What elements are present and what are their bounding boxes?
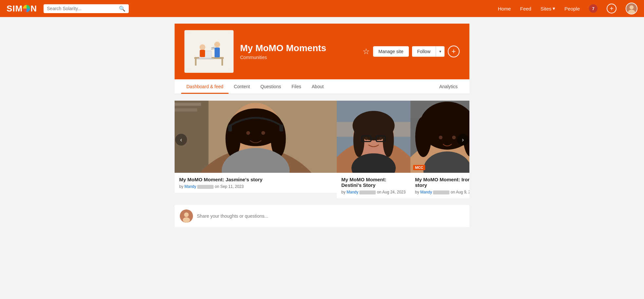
card-badge-3: MCC <box>413 165 425 170</box>
tab-analytics[interactable]: Analytics <box>434 79 463 94</box>
svg-point-43 <box>379 137 382 140</box>
card-meta-1: by Mandy on Sep 11, 2023 <box>179 184 332 189</box>
svg-rect-5 <box>195 59 197 66</box>
author-redacted-1 <box>197 185 214 189</box>
svg-rect-19 <box>175 103 201 106</box>
nav-links: Home Feed Sites ▾ People 7 + <box>498 3 637 14</box>
svg-rect-9 <box>197 58 214 59</box>
nav-sites[interactable]: Sites ▾ <box>540 6 555 11</box>
chevron-down-icon: ▾ <box>553 6 555 11</box>
follow-button-group: Follow ▾ <box>412 46 445 57</box>
svg-rect-28 <box>228 125 232 131</box>
tab-content[interactable]: Content <box>229 79 255 94</box>
svg-point-54 <box>439 136 443 139</box>
featured-card-3[interactable]: MCC <box>410 101 469 198</box>
svg-point-26 <box>246 131 250 135</box>
site-plus-button[interactable]: + <box>448 46 460 57</box>
search-input[interactable] <box>47 6 116 11</box>
slider-track: My MoMO Moment: Jasmine's story by Mandy… <box>175 101 469 198</box>
card-author-1[interactable]: Mandy <box>184 184 196 189</box>
nav-home[interactable]: Home <box>498 6 511 11</box>
manage-site-button[interactable]: Manage site <box>373 46 408 57</box>
card-body-2: My MoMO Moment: Destini's Story by Mandy… <box>337 173 410 198</box>
svg-point-27 <box>261 131 265 135</box>
card-title-2: My MoMO Moment: Destini's Story <box>341 177 406 188</box>
svg-rect-20 <box>175 109 197 111</box>
search-icon: 🔍 <box>119 6 125 12</box>
share-user-avatar <box>180 209 193 223</box>
card-body-3: My MoMO Moment: Irony's story by Mandy o… <box>410 173 469 198</box>
main-area: ‹ <box>175 94 469 237</box>
nav-people[interactable]: People <box>564 6 580 11</box>
search-bar[interactable]: 🔍 <box>44 4 129 13</box>
logo-o <box>23 5 30 12</box>
page-content: My MoMO Moments Communities ☆ Manage sit… <box>175 24 469 250</box>
svg-rect-11 <box>200 50 205 57</box>
tab-questions[interactable]: Questions <box>255 79 286 94</box>
notification-badge[interactable]: 7 <box>589 4 597 13</box>
site-banner: My MoMO Moments Communities ☆ Manage sit… <box>175 24 469 79</box>
slider-prev-button[interactable]: ‹ <box>175 134 187 146</box>
svg-point-59 <box>184 212 189 217</box>
svg-rect-13 <box>215 48 220 57</box>
card-title-1: My MoMO Moment: Jasmine's story <box>179 177 332 182</box>
follow-dropdown-button[interactable]: ▾ <box>436 46 445 57</box>
svg-point-52 <box>415 116 432 157</box>
svg-point-42 <box>365 137 368 140</box>
tab-navigation: Dashboard & feed Content Questions Files… <box>175 79 469 94</box>
card-author-2[interactable]: Mandy <box>347 190 358 194</box>
tab-files[interactable]: Files <box>286 79 307 94</box>
author-redacted-2 <box>359 190 376 194</box>
svg-point-37 <box>353 124 365 157</box>
banner-info: My MoMO Moments Communities <box>240 43 356 60</box>
svg-rect-29 <box>279 125 283 131</box>
author-redacted-3 <box>433 190 449 194</box>
svg-point-55 <box>452 136 456 139</box>
tab-dashboard-feed[interactable]: Dashboard & feed <box>181 79 229 94</box>
svg-point-56 <box>445 141 450 144</box>
star-button[interactable]: ☆ <box>363 47 370 56</box>
svg-point-60 <box>183 217 190 223</box>
tab-about[interactable]: About <box>307 79 329 94</box>
slider-next-button[interactable]: › <box>457 134 469 146</box>
site-subtitle: Communities <box>240 55 356 60</box>
nav-plus-button[interactable]: + <box>607 4 616 13</box>
svg-point-10 <box>199 44 205 50</box>
card-meta-3: by Mandy on Aug 9, 2023 <box>415 190 469 194</box>
featured-slider: ‹ <box>175 101 469 198</box>
site-title: My MoMO Moments <box>240 43 356 53</box>
card-image-1 <box>175 101 337 173</box>
card-meta-2: by Mandy on Aug 24, 2023 <box>341 190 406 194</box>
card-title-3: My MoMO Moment: Irony's story <box>415 177 469 188</box>
app-logo[interactable]: SIMN <box>7 4 37 14</box>
featured-card-1[interactable]: My MoMO Moment: Jasmine's story by Mandy… <box>175 101 337 198</box>
user-avatar[interactable] <box>626 3 637 14</box>
featured-card-2[interactable]: My MoMO Moment: Destini's Story by Mandy… <box>337 101 410 198</box>
site-logo <box>184 30 234 73</box>
share-input[interactable] <box>197 213 464 219</box>
svg-point-12 <box>214 42 220 48</box>
follow-button[interactable]: Follow <box>412 46 436 57</box>
banner-actions: ☆ Manage site Follow ▾ + <box>363 46 460 57</box>
svg-point-38 <box>383 124 394 157</box>
top-navigation: SIMN 🔍 Home Feed Sites ▾ People 7 + <box>0 0 644 17</box>
card-image-2 <box>337 101 410 173</box>
svg-point-1 <box>630 5 634 9</box>
nav-feed[interactable]: Feed <box>520 6 531 11</box>
card-author-3[interactable]: Mandy <box>420 190 432 194</box>
share-box <box>175 205 469 227</box>
card-body-1: My MoMO Moment: Jasmine's story by Mandy… <box>175 173 337 193</box>
svg-rect-6 <box>221 59 223 66</box>
